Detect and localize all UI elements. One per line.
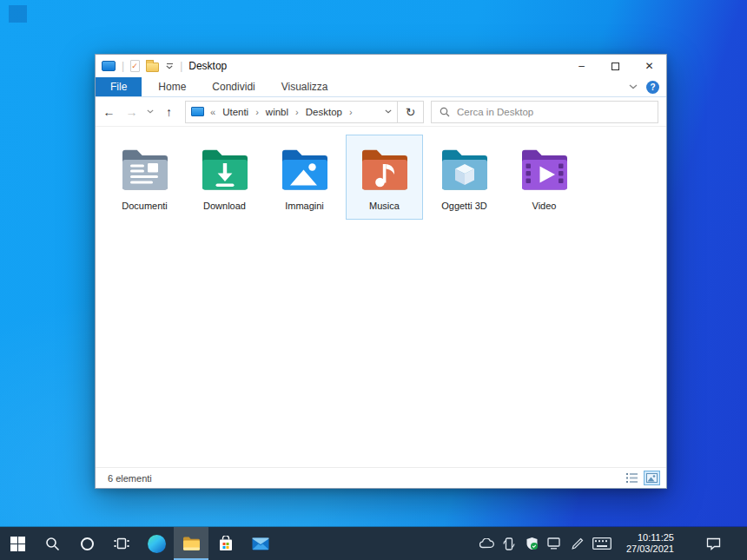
file-item-documenti[interactable]: Documenti [106,135,183,220]
desktop-location-icon [191,107,204,116]
file-item-musica[interactable]: Musica [346,135,423,220]
tab-condividi[interactable]: Condividi [199,77,268,96]
clock-date: 27/03/2021 [626,544,674,555]
file-label: Immagini [285,201,324,211]
breadcrumb-separator: › [294,107,301,117]
forward-button[interactable]: → [122,102,142,122]
touch-keyboard-icon[interactable] [592,537,611,551]
breadcrumb-segment-desktop[interactable]: Desktop [305,107,343,117]
download-folder-icon [197,141,253,196]
address-dropdown-icon[interactable] [385,109,392,114]
up-button[interactable]: ↑ [159,102,179,122]
edge-button[interactable] [139,527,174,560]
search-input[interactable] [457,107,650,117]
items-count: 6 elementi [108,473,152,484]
breadcrumb-separator: › [347,107,354,117]
file-label: Documenti [122,201,168,211]
task-view-icon [114,537,129,550]
mail-icon [252,537,269,550]
address-bar: « Utenti › winbl › Desktop › ↻ [185,101,424,123]
network-icon[interactable] [547,537,562,551]
documents-folder-icon [117,141,173,196]
windows-logo-icon [10,537,25,551]
file-label: Oggetti 3D [441,201,487,211]
title-bar[interactable]: | | Desktop – ✕ [96,55,666,77]
pictures-folder-icon [277,141,333,196]
maximize-icon [611,63,619,70]
properties-check-icon[interactable] [130,60,140,72]
music-folder-icon [357,141,413,196]
system-tray: 10:11:25 27/03/2021 [479,527,747,560]
qat-separator: | [122,60,124,72]
back-button[interactable]: ← [99,102,119,122]
file-label: Download [203,201,246,211]
quick-access-toolbar: | | [102,60,182,72]
qat-separator: | [180,60,182,72]
file-item-download[interactable]: Download [186,135,263,220]
action-center-icon[interactable] [706,537,721,551]
file-item-immagini[interactable]: Immagini [266,135,343,220]
file-list: Documenti Download [96,127,666,467]
cortana-ring-icon [81,537,94,550]
search-box [431,101,658,123]
tab-visualizza[interactable]: Visualizza [268,77,341,96]
clock-time: 10:11:25 [626,532,674,544]
desktop[interactable]: | | Desktop – ✕ File Home Condividi Visu… [0,0,747,560]
taskbar-search-button[interactable] [35,527,69,560]
recent-locations-icon[interactable] [144,102,156,122]
taskbar-clock[interactable]: 10:11:25 27/03/2021 [626,532,674,555]
large-icons-view-icon[interactable] [644,471,660,485]
onedrive-cloud-icon[interactable] [479,537,494,551]
phone-sync-icon[interactable] [502,537,517,551]
mail-button[interactable] [243,527,278,560]
explorer-icon [102,61,116,71]
file-label: Musica [369,201,400,211]
start-button[interactable] [0,527,35,560]
navigation-toolbar: ← → ↑ « Utenti › winbl › Desktop › [96,97,666,127]
cortana-button[interactable] [69,527,104,560]
help-button[interactable]: ? [646,81,659,94]
minimize-button[interactable]: – [565,55,598,77]
window-title: Desktop [188,60,227,72]
details-view-icon[interactable] [624,471,640,485]
desktop-icon-artifact [9,5,27,23]
breadcrumb-segment-utenti[interactable]: Utenti [221,107,249,117]
file-label: Video [532,201,557,211]
taskbar: 10:11:25 27/03/2021 [0,527,747,560]
video-folder-icon [517,141,572,196]
microsoft-store-icon [218,536,234,551]
new-folder-icon[interactable] [146,63,159,72]
tab-file[interactable]: File [96,77,142,96]
3d-objects-folder-icon [437,141,492,196]
file-explorer-button[interactable] [174,527,208,560]
edge-browser-icon [148,535,166,553]
status-bar: 6 elementi [96,467,666,488]
security-shield-icon[interactable] [525,537,539,551]
breadcrumb-prefix: « [208,107,217,117]
store-button[interactable] [208,527,243,560]
customize-toolbar-icon[interactable] [165,63,174,69]
tab-home[interactable]: Home [145,77,199,96]
collapse-ribbon-icon[interactable] [629,84,638,89]
window-controls: – ✕ [565,55,666,77]
search-icon [440,107,450,117]
file-item-oggetti-3d[interactable]: Oggetti 3D [426,135,503,220]
breadcrumb[interactable]: « Utenti › winbl › Desktop › [186,102,397,122]
search-icon [45,537,60,551]
breadcrumb-separator: › [254,107,261,117]
file-item-video[interactable]: Video [506,135,583,220]
pen-icon[interactable] [570,537,585,551]
task-view-button[interactable] [104,527,139,560]
close-button[interactable]: ✕ [632,55,666,77]
refresh-button[interactable]: ↻ [397,102,423,122]
breadcrumb-segment-winbl[interactable]: winbl [265,107,289,117]
explorer-window: | | Desktop – ✕ File Home Condividi Visu… [95,54,667,489]
file-explorer-icon [182,536,201,551]
maximize-button[interactable] [598,55,632,77]
ribbon-tab-bar: File Home Condividi Visualizza ? [96,77,666,97]
